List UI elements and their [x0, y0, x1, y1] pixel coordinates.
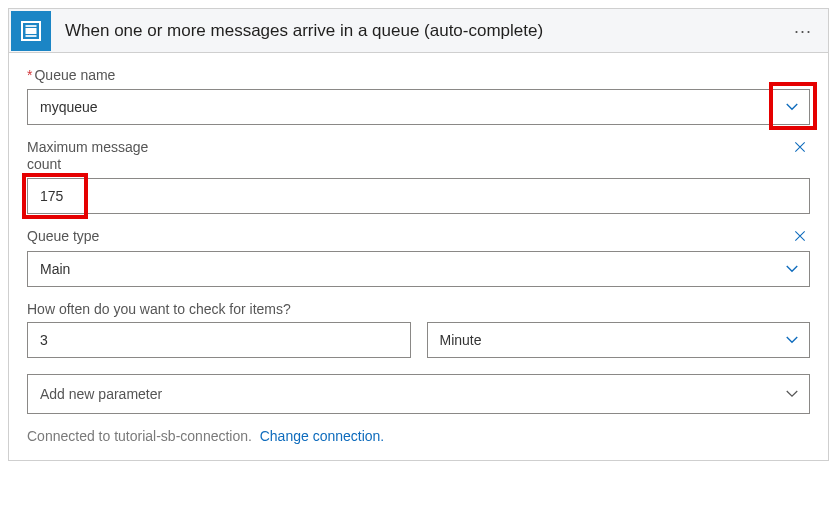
service-bus-icon — [11, 11, 51, 51]
card-title: When one or more messages arrive in a qu… — [51, 21, 788, 41]
chevron-down-icon — [783, 98, 801, 116]
svg-rect-1 — [26, 28, 37, 34]
svg-rect-3 — [26, 35, 37, 37]
field-how-often: How often do you want to check for items… — [27, 301, 810, 359]
trigger-card: When one or more messages arrive in a qu… — [8, 8, 829, 461]
card-menu-button[interactable]: ··· — [788, 27, 818, 35]
max-msg-count-input[interactable] — [40, 188, 797, 204]
max-msg-count-input-wrap — [27, 178, 810, 214]
card-body: *Queue name myqueue Maximum message coun… — [9, 53, 828, 460]
chevron-down-icon — [783, 260, 801, 278]
queue-name-value: myqueue — [40, 99, 98, 115]
queue-name-label: *Queue name — [27, 67, 115, 85]
how-often-label: How often do you want to check for items… — [27, 301, 291, 319]
queue-type-label: Queue type — [27, 228, 99, 246]
max-msg-count-label: Maximum message count — [27, 139, 167, 174]
svg-rect-2 — [26, 25, 37, 27]
add-new-parameter-select[interactable]: Add new parameter — [27, 374, 810, 414]
queue-type-value: Main — [40, 261, 70, 277]
chevron-down-icon — [783, 385, 801, 403]
change-connection-link[interactable]: Change connection. — [260, 428, 385, 444]
interval-unit-select[interactable]: Minute — [427, 322, 811, 358]
queue-name-select[interactable]: myqueue — [27, 89, 810, 125]
add-new-parameter-placeholder: Add new parameter — [40, 386, 162, 402]
interval-input-wrap — [27, 322, 411, 358]
highlight-queue-chevron — [769, 82, 817, 130]
connection-footer: Connected to tutorial-sb-connection. Cha… — [27, 428, 810, 444]
connected-to-text: Connected to tutorial-sb-connection. — [27, 428, 252, 444]
field-queue-name: *Queue name myqueue — [27, 67, 810, 125]
card-header: When one or more messages arrive in a qu… — [9, 9, 828, 53]
field-max-msg-count: Maximum message count — [27, 139, 810, 214]
interval-input[interactable] — [40, 332, 398, 348]
field-queue-type: Queue type Main — [27, 228, 810, 287]
remove-queue-type-button[interactable] — [790, 228, 810, 247]
interval-unit-value: Minute — [440, 332, 482, 348]
queue-type-select[interactable]: Main — [27, 251, 810, 287]
chevron-down-icon — [783, 331, 801, 349]
remove-max-msg-count-button[interactable] — [790, 139, 810, 158]
